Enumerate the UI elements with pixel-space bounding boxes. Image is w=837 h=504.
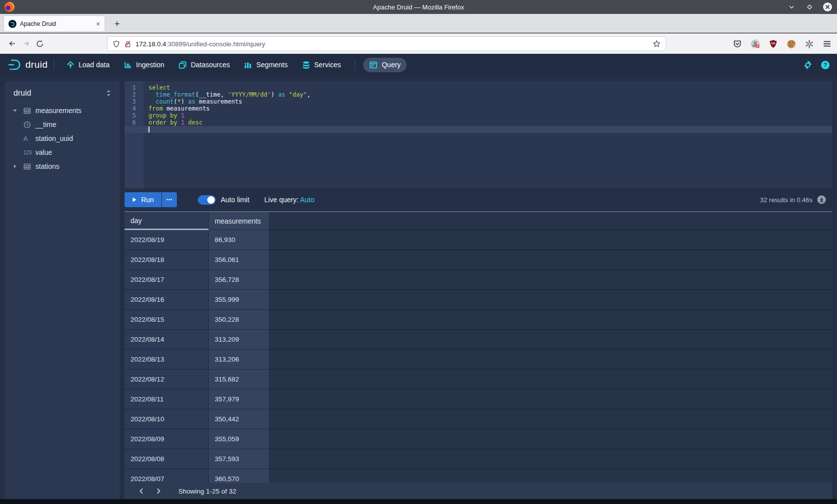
schema-tree: measurements__timeAstation_uuid123values… xyxy=(5,104,120,173)
druid-logo-icon xyxy=(7,58,22,71)
tab-close-icon[interactable]: × xyxy=(96,20,100,27)
druid-logo[interactable]: druid xyxy=(7,58,48,71)
run-more-button[interactable]: ••• xyxy=(162,192,177,207)
multi-account-containers-icon[interactable] xyxy=(804,39,814,49)
code-line-2: 2 time_format(__time, 'YYYY/MM/dd') as "… xyxy=(125,91,832,98)
cell-measurements[interactable]: 350,442 xyxy=(209,409,270,429)
cell-day[interactable]: 2022/08/17 xyxy=(125,270,209,290)
cell-day[interactable]: 2022/08/09 xyxy=(125,429,209,449)
shield-icon[interactable] xyxy=(113,40,120,48)
nav-item-services[interactable]: Services xyxy=(296,58,347,72)
cell-measurements[interactable]: 356,728 xyxy=(209,270,270,290)
browser-toolbar: 172.18.0.4:30899/unified-console.html#qu… xyxy=(0,33,837,54)
code-text: from measurements xyxy=(143,105,210,112)
bookmark-star-icon[interactable] xyxy=(653,40,661,48)
account-icon[interactable] xyxy=(750,39,760,49)
cell-filler xyxy=(270,290,832,310)
query-run-bar: Run ••• Auto limit Live query: Auto 32 r… xyxy=(125,192,832,207)
auto-limit-toggle[interactable] xyxy=(198,195,216,205)
pagination-bar: Showing 1-25 of 32 xyxy=(125,483,832,499)
cell-measurements[interactable]: 357,979 xyxy=(209,389,270,409)
insecure-lock-icon[interactable] xyxy=(124,40,132,48)
url-bar[interactable]: 172.18.0.4:30899/unified-console.html#qu… xyxy=(107,36,666,51)
auto-limit-label: Auto limit xyxy=(221,196,250,204)
cell-day[interactable]: 2022/08/10 xyxy=(125,409,209,429)
cell-day[interactable]: 2022/08/18 xyxy=(125,250,209,270)
window-minimize-icon[interactable] xyxy=(786,1,797,12)
help-icon[interactable]: ? xyxy=(821,60,830,70)
load-data-icon xyxy=(66,61,75,69)
chevron-right-icon[interactable] xyxy=(12,163,23,169)
cell-measurements[interactable]: 315,682 xyxy=(209,370,270,389)
cell-day[interactable]: 2022/08/11 xyxy=(125,389,209,409)
cell-day[interactable]: 2022/08/13 xyxy=(125,350,209,370)
table-item-stations[interactable]: stations xyxy=(5,159,120,173)
pocket-icon[interactable] xyxy=(732,39,742,49)
cell-measurements[interactable]: 86,930 xyxy=(209,230,270,250)
header-filler xyxy=(270,212,832,230)
settings-gear-icon[interactable] xyxy=(803,60,813,70)
cell-day[interactable]: 2022/08/19 xyxy=(125,230,209,250)
cell-measurements[interactable]: 355,999 xyxy=(209,290,270,310)
browser-tab[interactable]: Apache Druid × xyxy=(4,16,105,31)
cell-measurements[interactable]: 350,228 xyxy=(209,310,270,330)
chevron-down-icon[interactable] xyxy=(12,108,23,114)
code-line-4: 4from measurements xyxy=(125,105,832,112)
cell-day[interactable]: 2022/08/15 xyxy=(125,310,209,330)
nav-item-datasources[interactable]: Datasources xyxy=(172,58,236,72)
line-number: 2 xyxy=(125,91,143,98)
nav-item-query[interactable]: Query xyxy=(363,58,407,72)
cell-measurements[interactable]: 357,593 xyxy=(209,449,270,469)
download-icon[interactable] xyxy=(817,195,826,204)
run-button[interactable]: Run xyxy=(125,192,161,207)
text-cursor xyxy=(148,126,149,132)
cell-day[interactable]: 2022/08/07 xyxy=(125,469,209,483)
cell-day[interactable]: 2022/08/16 xyxy=(125,290,209,310)
druid-logo-text: druid xyxy=(25,59,48,70)
column-item-value[interactable]: 123value xyxy=(5,145,120,159)
double-caret-icon[interactable] xyxy=(106,90,112,97)
next-page-icon[interactable] xyxy=(151,484,165,498)
back-icon[interactable] xyxy=(5,37,19,51)
cell-measurements[interactable]: 313,209 xyxy=(209,330,270,350)
cell-measurements[interactable]: 355,059 xyxy=(209,429,270,449)
column-item-station_uuid[interactable]: Astation_uuid xyxy=(5,131,120,145)
nav-item-load-data[interactable]: Load data xyxy=(60,58,116,72)
table-name: stations xyxy=(35,162,59,170)
cell-measurements[interactable]: 313,206 xyxy=(209,350,270,370)
code-text: count(*) as measurements xyxy=(143,98,242,105)
cell-day[interactable]: 2022/08/08 xyxy=(125,449,209,469)
ublock-icon[interactable]: UO xyxy=(768,39,778,49)
query-view: 1select2 time_format(__time, 'YYYY/MM/dd… xyxy=(125,76,832,499)
nav-item-segments[interactable]: Segments xyxy=(238,58,293,72)
nav-divider xyxy=(54,59,54,70)
window-close-icon[interactable] xyxy=(822,1,833,12)
sql-editor[interactable]: 1select2 time_format(__time, 'YYYY/MM/dd… xyxy=(125,81,832,188)
table-item-measurements[interactable]: measurements xyxy=(5,104,120,118)
column-item-__time[interactable]: __time xyxy=(5,118,120,131)
cell-measurements[interactable]: 360,570 xyxy=(209,469,270,483)
cell-filler xyxy=(270,350,832,370)
new-tab-button[interactable]: + xyxy=(111,17,124,30)
column-header-day[interactable]: day xyxy=(125,212,209,230)
reload-icon[interactable] xyxy=(33,37,47,51)
window-maximize-icon[interactable] xyxy=(804,1,815,12)
window-titlebar: Apache Druid — Mozilla Firefox xyxy=(0,0,837,14)
table-row: 2022/08/15350,228 xyxy=(125,310,832,330)
prev-page-icon[interactable] xyxy=(135,484,148,498)
cookie-icon[interactable] xyxy=(786,39,796,49)
druid-console: druid measurements__timeAstation_uuid123… xyxy=(0,76,837,499)
cell-day[interactable]: 2022/08/14 xyxy=(125,330,209,350)
play-icon xyxy=(132,197,137,202)
nav-item-ingestion[interactable]: Ingestion xyxy=(118,58,170,72)
live-query-value[interactable]: Auto xyxy=(300,196,314,204)
line-number: 1 xyxy=(125,84,143,91)
forward-icon[interactable] xyxy=(19,37,33,51)
cell-measurements[interactable]: 356,061 xyxy=(209,250,270,270)
cell-filler xyxy=(270,449,832,469)
cell-filler xyxy=(270,389,832,409)
column-header-measurements[interactable]: measurements xyxy=(209,212,270,230)
druid-navbar: druid Load dataIngestionDatasourcesSegme… xyxy=(0,54,837,76)
menu-hamburger-icon[interactable] xyxy=(822,39,832,49)
cell-day[interactable]: 2022/08/12 xyxy=(125,370,209,389)
